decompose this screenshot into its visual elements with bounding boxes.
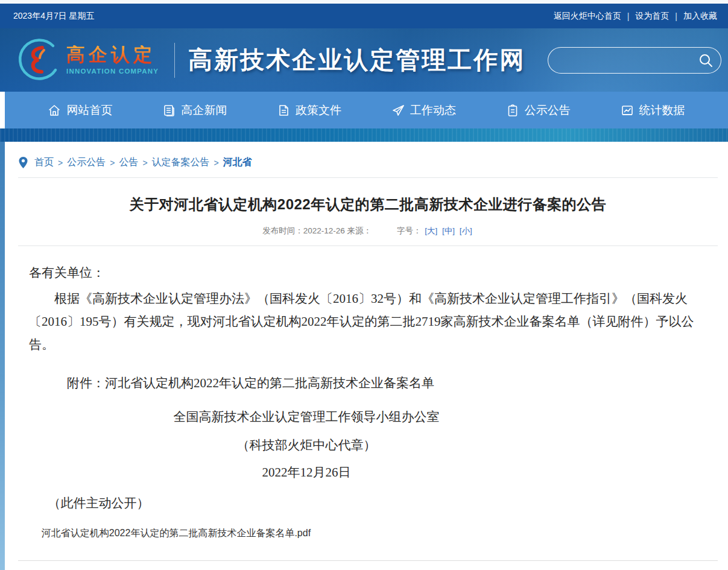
chart-icon xyxy=(621,104,634,117)
breadcrumb-separator: > xyxy=(110,158,115,168)
breadcrumb-separator: > xyxy=(142,158,147,168)
topbar-links: 返回火炬中心首页 | 设为首页 | 加入收藏 xyxy=(554,11,717,22)
site-header: 高企认定 INNOVATION COMPANY 高新技术企业认定管理工作网 xyxy=(0,28,728,92)
breadcrumb-notice[interactable]: 公告 xyxy=(119,156,138,169)
breadcrumb-hebei[interactable]: 河北省 xyxy=(223,156,252,169)
nav-label: 公示公告 xyxy=(525,103,571,118)
article-body: 各有关单位： 根据《高新技术企业认定管理办法》（国科发火〔2016〕32号）和《… xyxy=(18,264,718,540)
source-label: 来源： xyxy=(347,226,372,235)
logo-icon xyxy=(16,38,60,83)
site-title: 高新技术企业认定管理工作网 xyxy=(188,43,525,77)
logo-title: 高企认定 xyxy=(66,45,159,65)
separator: | xyxy=(627,11,630,21)
nav-item-announcements[interactable]: 公示公告 xyxy=(506,103,571,118)
current-date: 2023年4月7日 星期五 xyxy=(13,11,95,22)
disclosure-note: （此件主动公开） xyxy=(48,495,707,511)
breadcrumb-home[interactable]: 首页 xyxy=(34,156,54,169)
site-logo[interactable]: 高企认定 INNOVATION COMPANY xyxy=(16,38,159,83)
publish-date: 2022-12-26 xyxy=(303,226,345,235)
article-title: 关于对河北省认定机构2022年认定的第二批高新技术企业进行备案的公告 xyxy=(18,195,718,214)
nav-item-policy[interactable]: 政策文件 xyxy=(277,103,341,118)
logo-subtitle: INNOVATION COMPANY xyxy=(66,68,159,75)
separator: | xyxy=(675,11,677,21)
link-torch-center-home[interactable]: 返回火炬中心首页 xyxy=(554,11,621,22)
breadcrumb-record-announcements[interactable]: 认定备案公告 xyxy=(152,156,210,169)
signer-note: （科技部火炬中心代章） xyxy=(29,439,584,452)
home-icon xyxy=(48,104,61,117)
header-divider xyxy=(174,43,175,78)
divider xyxy=(18,245,718,246)
link-set-homepage[interactable]: 设为首页 xyxy=(635,11,669,22)
article-meta: 发布时间：2022-12-26 来源： 字号： [大] [中] [小] xyxy=(18,226,718,236)
divider xyxy=(18,560,718,561)
fontsize-large-button[interactable]: [大] xyxy=(425,226,437,235)
salutation: 各有关单位： xyxy=(29,264,707,281)
breadcrumb-separator: > xyxy=(214,158,219,168)
link-add-favorites[interactable]: 加入收藏 xyxy=(683,11,717,22)
article-paragraph: 根据《高新技术企业认定管理办法》（国科发火〔2016〕32号）和《高新技术企业认… xyxy=(29,287,707,356)
nav-label: 工作动态 xyxy=(410,103,456,118)
nav-label: 政策文件 xyxy=(296,103,341,118)
page-body: 首页 > 公示公告 > 公告 > 认定备案公告 > 河北省 关于对河北省认定机构… xyxy=(0,142,728,570)
search-icon[interactable] xyxy=(698,52,714,68)
breadcrumb: 首页 > 公示公告 > 公告 > 认定备案公告 > 河北省 xyxy=(18,142,718,169)
breadcrumb-separator: > xyxy=(58,158,63,168)
fontsize-medium-button[interactable]: [中] xyxy=(442,226,455,235)
signer-name: 全国高新技术企业认定管理工作领导小组办公室 xyxy=(29,411,584,423)
sign-date: 2022年12月26日 xyxy=(29,466,584,479)
location-pin-icon xyxy=(18,156,28,169)
nav-texture-strip xyxy=(0,128,728,142)
publish-time-label: 发布时间： xyxy=(262,226,303,235)
topbar: 2023年4月7日 星期五 返回火炬中心首页 | 设为首页 | 加入收藏 xyxy=(0,4,728,28)
news-icon xyxy=(162,104,176,117)
logo-text: 高企认定 INNOVATION COMPANY xyxy=(66,45,159,75)
nav-label: 统计数据 xyxy=(639,103,685,118)
nav-item-home[interactable]: 网站首页 xyxy=(48,103,112,118)
clipboard-icon xyxy=(506,104,519,117)
signature-block: 全国高新技术企业认定管理工作领导小组办公室 （科技部火炬中心代章） 2022年1… xyxy=(29,411,584,479)
paper-plane-icon xyxy=(391,104,405,117)
fontsize-label: 字号： xyxy=(397,226,422,235)
nav-item-news[interactable]: 高企新闻 xyxy=(162,103,227,118)
nav-item-statistics[interactable]: 统计数据 xyxy=(621,103,685,118)
main-nav: 网站首页 高企新闻 政策文件 工作动态 公示公告 统计数据 xyxy=(5,92,728,128)
search-input[interactable] xyxy=(548,48,698,73)
divider xyxy=(18,177,718,178)
document-icon xyxy=(277,104,290,117)
attachment-pdf-link[interactable]: 河北省认定机构2022年认定的第二批高新技术企业备案名单.pdf xyxy=(42,527,311,540)
nav-label: 网站首页 xyxy=(66,103,112,118)
nav-label: 高企新闻 xyxy=(181,103,227,118)
content-card: 首页 > 公示公告 > 公告 > 认定备案公告 > 河北省 关于对河北省认定机构… xyxy=(5,142,728,570)
nav-item-work-updates[interactable]: 工作动态 xyxy=(391,103,456,118)
search-box xyxy=(548,47,721,74)
breadcrumb-announcements[interactable]: 公示公告 xyxy=(67,156,106,169)
attachment-line: 附件：河北省认定机构2022年认定的第二批高新技术企业备案名单 xyxy=(67,375,707,391)
fontsize-small-button[interactable]: [小] xyxy=(460,226,472,235)
